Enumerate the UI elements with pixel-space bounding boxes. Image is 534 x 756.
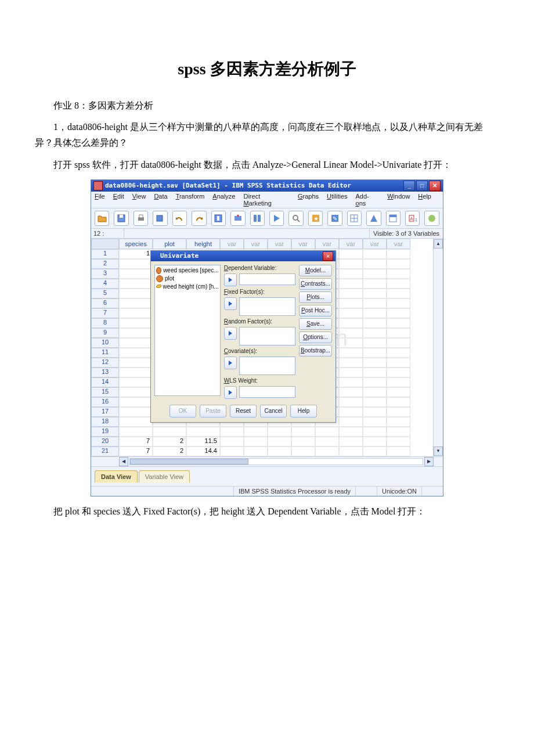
cell[interactable]	[220, 447, 244, 456]
cell[interactable]	[339, 269, 363, 279]
cell[interactable]	[339, 407, 363, 417]
cell[interactable]	[363, 437, 387, 447]
var-item[interactable]: weed species [spec...	[156, 267, 219, 275]
cell[interactable]	[119, 427, 153, 437]
cell[interactable]	[119, 358, 153, 368]
cell[interactable]	[339, 259, 363, 269]
menu-transform[interactable]: Transform	[176, 193, 205, 207]
cell[interactable]	[363, 289, 387, 298]
select-icon[interactable]	[386, 211, 400, 226]
cell[interactable]	[363, 338, 387, 348]
cell[interactable]	[119, 308, 153, 318]
cell[interactable]	[119, 269, 153, 279]
dep-field[interactable]	[239, 273, 295, 285]
undo-icon[interactable]	[172, 211, 187, 226]
cell[interactable]	[244, 427, 268, 437]
row-header[interactable]: 14	[91, 377, 119, 387]
cell[interactable]: 7	[119, 447, 153, 456]
row-header[interactable]: 13	[91, 368, 119, 377]
move-random-button[interactable]	[224, 327, 237, 340]
maximize-button[interactable]: □	[416, 181, 428, 191]
row-header[interactable]: 16	[91, 397, 119, 407]
minimize-button[interactable]: _	[403, 181, 415, 191]
col-placeholder[interactable]: var	[339, 239, 363, 249]
row-header[interactable]: 15	[91, 387, 119, 397]
cell[interactable]	[363, 259, 387, 269]
col-placeholder[interactable]: var	[220, 239, 244, 249]
cell[interactable]	[186, 427, 220, 437]
cell[interactable]	[119, 397, 153, 407]
cell[interactable]	[339, 437, 363, 447]
menu-add-ons[interactable]: Add-ons	[356, 193, 380, 207]
cell[interactable]: 1	[119, 249, 153, 259]
cell[interactable]	[291, 437, 315, 447]
find-icon[interactable]	[288, 211, 303, 226]
cell[interactable]: 7	[119, 437, 153, 447]
row-header[interactable]: 20	[91, 437, 119, 447]
cell[interactable]	[119, 279, 153, 289]
col-species[interactable]: species	[119, 239, 153, 249]
cell[interactable]	[315, 427, 339, 437]
dialog-button-help[interactable]: Help	[290, 405, 317, 417]
cell[interactable]	[387, 328, 410, 338]
cell[interactable]	[387, 269, 410, 279]
cell[interactable]	[387, 249, 410, 259]
redo-icon[interactable]	[192, 211, 206, 226]
scroll-right-icon[interactable]: ▶	[424, 457, 434, 466]
goto-var-icon[interactable]	[230, 211, 245, 226]
save-icon[interactable]	[114, 211, 128, 226]
cell[interactable]	[339, 328, 363, 338]
cell[interactable]	[339, 387, 363, 397]
cell[interactable]	[153, 427, 186, 437]
side-button-posthoc[interactable]: Post Hoc...	[299, 305, 332, 316]
cell[interactable]	[387, 358, 410, 368]
cell[interactable]	[220, 427, 244, 437]
col-placeholder[interactable]: var	[315, 239, 339, 249]
goto-icon[interactable]	[211, 211, 226, 226]
row-header[interactable]: 19	[91, 427, 119, 437]
dialog-close-button[interactable]: ✕	[323, 251, 333, 261]
cell[interactable]	[339, 427, 363, 437]
row-header[interactable]: 1	[91, 249, 119, 259]
cell[interactable]	[363, 368, 387, 377]
row-header[interactable]: 2	[91, 259, 119, 269]
cell[interactable]	[119, 298, 153, 308]
cell[interactable]	[339, 447, 363, 456]
move-wls-button[interactable]	[224, 386, 237, 399]
cell[interactable]	[339, 338, 363, 348]
cell[interactable]	[339, 397, 363, 407]
move-fixed-button[interactable]	[224, 297, 237, 310]
side-button-contrasts[interactable]: Contrasts...	[299, 278, 332, 290]
cell[interactable]	[119, 328, 153, 338]
variables-icon[interactable]	[250, 211, 265, 226]
cell[interactable]	[339, 308, 363, 318]
dialog-button-cancel[interactable]: Cancel	[260, 405, 287, 417]
cell[interactable]	[387, 338, 410, 348]
side-button-save[interactable]: Save...	[299, 318, 332, 330]
move-dep-button[interactable]	[224, 273, 237, 286]
cell[interactable]	[268, 437, 291, 447]
cell[interactable]	[119, 368, 153, 377]
row-header[interactable]: 3	[91, 269, 119, 279]
row-header[interactable]: 4	[91, 279, 119, 289]
cell[interactable]	[363, 348, 387, 358]
case-number-field[interactable]: 12 :	[91, 229, 124, 238]
cell[interactable]	[387, 437, 410, 447]
cell[interactable]: 2	[153, 447, 186, 456]
menu-analyze[interactable]: Analyze	[212, 193, 235, 207]
row-header[interactable]: 7	[91, 308, 119, 318]
cell[interactable]	[119, 259, 153, 269]
dialog-button-reset[interactable]: Reset	[230, 405, 257, 417]
cell[interactable]	[119, 348, 153, 358]
cell[interactable]: 11.5	[186, 437, 220, 447]
cell[interactable]	[363, 447, 387, 456]
fixed-field[interactable]	[239, 297, 295, 316]
cell[interactable]	[363, 377, 387, 387]
cell[interactable]	[315, 437, 339, 447]
cell[interactable]	[119, 318, 153, 328]
cell[interactable]	[339, 358, 363, 368]
cell[interactable]	[119, 338, 153, 348]
row-header[interactable]: 21	[91, 447, 119, 456]
cell[interactable]	[363, 417, 387, 427]
col-placeholder[interactable]: var	[244, 239, 268, 249]
